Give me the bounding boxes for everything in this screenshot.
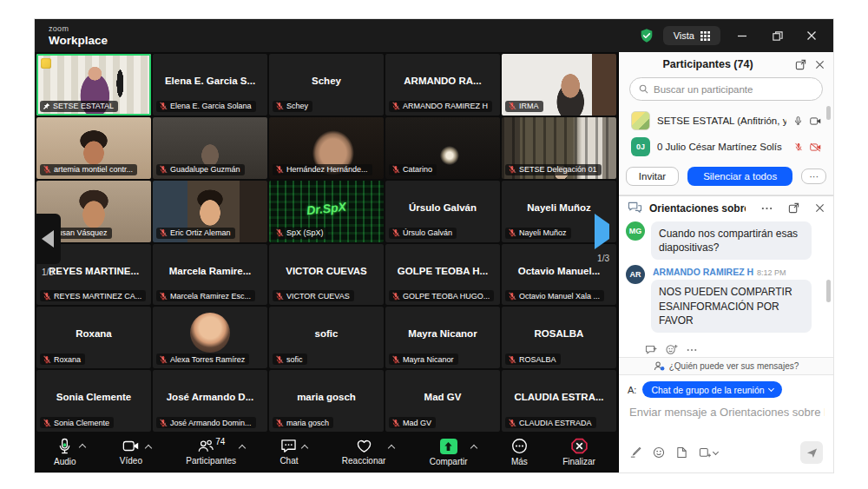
- video-tile[interactable]: ScheySchey: [269, 54, 384, 116]
- participants-button[interactable]: 74 Participantes: [186, 439, 245, 466]
- react-button[interactable]: Reaccionar: [342, 439, 395, 466]
- share-button[interactable]: Compartir: [430, 439, 477, 466]
- tile-nameplate: Úrsulo Galván: [389, 228, 457, 239]
- video-tile[interactable]: Eric Ortiz Aleman: [153, 181, 267, 242]
- maximize-button[interactable]: [764, 24, 790, 47]
- send-message-button[interactable]: [800, 441, 823, 464]
- participants-scrollbar[interactable]: [826, 106, 831, 120]
- more-button[interactable]: Más: [511, 438, 528, 466]
- video-tile[interactable]: Guadalupe Guzmán: [153, 117, 267, 179]
- react-label: Reaccionar: [342, 456, 386, 466]
- video-tile[interactable]: soficsofic: [269, 307, 384, 368]
- audio-options-caret[interactable]: [78, 444, 85, 451]
- message-input[interactable]: Enviar mensaje a Orientaciones sobre Pro…: [629, 406, 825, 419]
- video-tile[interactable]: Elena E. Garcia S...Elena E. Garcia Sola…: [153, 54, 267, 116]
- chat-more-icon[interactable]: [761, 207, 773, 210]
- popout-panel-icon[interactable]: [795, 59, 806, 70]
- participants-list: SETSE ESTATAL (Anfitrión, yo)0J0 Julio C…: [619, 108, 833, 160]
- video-tile[interactable]: ROSALBAROSALBA: [502, 307, 616, 368]
- emoji-icon[interactable]: [653, 446, 665, 459]
- close-participants-icon[interactable]: [815, 60, 825, 69]
- screenshot-icon[interactable]: [699, 447, 711, 459]
- video-tile[interactable]: Marcela Ramire...Marcela Ramirez Esc...: [153, 244, 267, 306]
- screenshot-caret-icon[interactable]: [713, 448, 719, 454]
- video-tile[interactable]: SETSE ESTATAL: [36, 54, 151, 116]
- video-tile[interactable]: Sonia ClementeSonia Clemente: [36, 370, 151, 432]
- share-options-caret[interactable]: [470, 444, 477, 451]
- react-options-caret[interactable]: [388, 445, 395, 452]
- participants-options-caret[interactable]: [239, 445, 246, 452]
- video-tile[interactable]: CLAUDIA ESTRA...CLAUDIA ESTRADA: [502, 370, 616, 432]
- recipient-selector[interactable]: Chat de grupo de la reunión: [642, 381, 781, 398]
- compose-area: A: Chat de grupo de la reunión Enviar me…: [619, 375, 833, 419]
- format-text-icon[interactable]: [629, 446, 641, 459]
- tile-centered-name: VICTOR CUEVAS: [273, 266, 378, 276]
- video-options-caret[interactable]: [145, 445, 152, 452]
- tile-nameplate: Hernández Hernánde...: [273, 164, 372, 175]
- page-indicator-right: 1/3: [597, 254, 609, 263]
- mic-muted-icon: [159, 228, 168, 237]
- tile-centered-name: Úrsulo Galván: [390, 202, 495, 213]
- video-stage: SETSE ESTATALElena E. Garcia S...Elena E…: [35, 52, 618, 472]
- mute-all-button[interactable]: Silenciar a todos: [687, 167, 792, 186]
- video-tile[interactable]: Úrsulo GalvánÚrsulo Galván: [385, 181, 500, 242]
- mic-muted-icon: [391, 292, 400, 301]
- brand-main: Workplace: [49, 35, 108, 47]
- video-tile[interactable]: maria goschmaria gosch: [269, 370, 384, 432]
- close-chat-icon[interactable]: [815, 203, 825, 213]
- tile-nameplate: ARMANDO RAMIREZ H: [389, 101, 492, 112]
- video-button[interactable]: Vídeo: [120, 439, 151, 466]
- video-tile[interactable]: ARMANDO RA...ARMANDO RAMIREZ H: [385, 54, 500, 116]
- participant-row[interactable]: 0J0 Julio César Martínez Solís: [619, 134, 833, 160]
- chat-scrollbar[interactable]: [826, 280, 831, 302]
- security-shield-icon[interactable]: [639, 28, 654, 43]
- video-tile[interactable]: Alexa Torres Ramírez: [153, 307, 267, 368]
- invite-button[interactable]: Invitar: [626, 167, 679, 186]
- video-tile[interactable]: Catarino: [385, 117, 500, 179]
- message-bubble[interactable]: NOS PUEDEN COMPARTIR ESAINFORMACIÓN POR …: [651, 280, 812, 333]
- mic-muted-icon: [508, 165, 516, 174]
- video-tile[interactable]: José Armando D...José Armando Domin...: [153, 370, 267, 432]
- message-bubble[interactable]: Cuando nos compartirán esas diapositivas…: [651, 221, 812, 260]
- message-visibility-note[interactable]: ¿Quién puede ver sus mensajes?: [619, 357, 833, 375]
- tile-centered-name: Sonia Clemente: [41, 392, 146, 402]
- pin-icon: [43, 102, 50, 110]
- mic-muted-icon: [508, 355, 516, 364]
- reply-in-thread-icon[interactable]: [645, 345, 657, 355]
- video-tile[interactable]: Mad GVMad GV: [385, 370, 500, 432]
- video-tile[interactable]: IRMA: [502, 54, 616, 116]
- video-tile[interactable]: SETSE Delegación 01: [502, 117, 616, 179]
- add-reaction-icon[interactable]: [666, 344, 678, 355]
- chat-message: MGCuando nos compartirán esas diapositiv…: [626, 221, 825, 260]
- view-button[interactable]: Vista: [663, 26, 720, 45]
- close-window-button[interactable]: [799, 24, 825, 47]
- participant-row[interactable]: SETSE ESTATAL (Anfitrión, yo): [619, 108, 833, 134]
- video-tile[interactable]: VICTOR CUEVASVICTOR CUEVAS: [269, 244, 384, 306]
- audio-button[interactable]: Audio: [54, 438, 85, 466]
- video-tile[interactable]: RoxanaRoxana: [36, 307, 151, 368]
- participants-more-button[interactable]: ···: [801, 169, 826, 184]
- chat-button[interactable]: Chat: [279, 439, 306, 466]
- chat-options-caret[interactable]: [300, 445, 307, 452]
- video-tile[interactable]: artemia montiel contr...: [36, 117, 151, 179]
- video-tile[interactable]: Dr.SpXSpX (SpX): [269, 181, 384, 242]
- tile-nameplate: SETSE Delegación 01: [505, 164, 602, 175]
- to-label: A:: [628, 385, 636, 395]
- end-meeting-button[interactable]: Finalizar: [562, 438, 595, 466]
- mic-muted-icon: [159, 292, 168, 301]
- tile-centered-name: Marcela Ramire...: [157, 266, 262, 276]
- video-tile[interactable]: Mayra NicanorMayra Nicanor: [385, 307, 500, 368]
- previous-page-button[interactable]: [35, 214, 61, 264]
- message-more-icon[interactable]: [687, 348, 697, 352]
- who-can-see-icon: [654, 361, 665, 371]
- more-label: Más: [511, 457, 528, 466]
- next-page-button[interactable]: [595, 224, 609, 240]
- video-tile[interactable]: Hernández Hernánde...: [269, 117, 384, 179]
- mic-muted-icon: [508, 292, 516, 301]
- video-tile[interactable]: GOLPE TEOBA H...GOLPE TEOBA HUGO...: [385, 244, 500, 306]
- popout-chat-icon[interactable]: [788, 202, 799, 214]
- participants-icon: [197, 439, 214, 453]
- minimize-button[interactable]: [729, 24, 755, 47]
- attach-file-icon[interactable]: [676, 446, 687, 459]
- search-participant-input[interactable]: Buscar un participante: [629, 77, 823, 101]
